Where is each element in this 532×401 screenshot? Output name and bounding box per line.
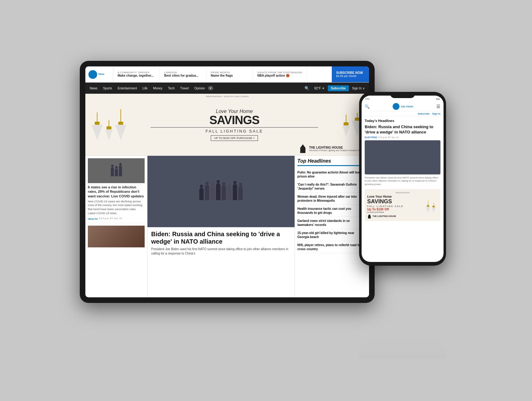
main-story-text: Biden: Russia and China seeking to 'driv… xyxy=(147,227,295,259)
right-column: Top Headlines Putin: No guarantee activi… xyxy=(295,156,369,297)
phone-content: Today's Headlines Biden: Russia and Chin… xyxy=(362,116,444,262)
tablet-device: News A COMMUNITY THRIVES Make change, to… xyxy=(80,61,375,303)
center-column: Biden: Russia and China seeking to 'driv… xyxy=(147,156,295,297)
second-article-thumb[interactable] xyxy=(85,223,147,250)
logo-area: News xyxy=(85,66,113,82)
headline-item-text-3: Woman dead, three injured after car into… xyxy=(297,195,367,203)
main-story-image-bg xyxy=(147,156,295,227)
headline-item-text-7: NHL player retires, plans to rollerbl ro… xyxy=(297,243,367,251)
ad-lamps-left xyxy=(92,109,126,140)
subscribe-ticker-label: SUBSCRIBE NOW xyxy=(336,71,365,74)
phone-lamp-a xyxy=(426,200,431,213)
ticker-label-2: LINKEDIN xyxy=(164,71,202,74)
search-icon[interactable]: 🔍 xyxy=(303,86,311,91)
phone-search-icon[interactable]: 🔍 xyxy=(365,104,370,109)
phone-top-bar: 🔍 USA TODAY ☰ xyxy=(362,102,444,111)
nav-item-money[interactable]: Money xyxy=(151,83,165,94)
nav-item-entertainment[interactable]: Entertainment xyxy=(115,83,139,94)
phone-headline[interactable]: Biden: Russia and China seeking to 'driv… xyxy=(365,124,440,135)
phone-caption: President Joe Biden used his first NATO … xyxy=(365,176,440,186)
ad-savings: SAVINGS xyxy=(129,114,339,126)
ticker-item-3[interactable]: PRIDE MONTH Name the flags xyxy=(206,66,253,82)
ad-tagline: Love Your Home xyxy=(129,109,339,114)
phone-screen: 9:41 ●●● 🔍 USA TODAY ☰ Subscribe Sign In… xyxy=(362,96,444,262)
phone-ad-lamps xyxy=(426,200,438,213)
logo-circle-icon xyxy=(88,70,97,79)
ad-offer[interactable]: UP TO $100 OFF PURCHASE > xyxy=(211,135,258,141)
phone-story-image xyxy=(365,140,440,174)
signin-nav-button[interactable]: Sign In ∨ xyxy=(349,87,367,90)
store-branding: THE LIGHTING HOUSE Vermont's Premier Lig… xyxy=(299,144,363,153)
lamp-3 xyxy=(115,109,126,140)
covid-article-image xyxy=(88,158,145,183)
tablet-screen: News A COMMUNITY THRIVES Make change, to… xyxy=(85,66,369,297)
phone-ad-offer-sub: in-store purchase xyxy=(367,211,424,213)
covid-article-time: 5:14 p.m. ET Jun. 14 xyxy=(99,217,122,220)
phone-ad[interactable]: Advertisement Love Your Home SAVINGS FAL… xyxy=(365,189,440,221)
nav-dropdown-more[interactable]: ▾ xyxy=(208,86,213,90)
nav-item-tech[interactable]: Tech xyxy=(165,83,177,94)
ad-label: Advertisement - scroll for more content xyxy=(206,95,248,98)
ticker-label-1: A COMMUNITY THRIVES xyxy=(118,71,155,74)
ticker-items: A COMMUNITY THRIVES Make change, togethe… xyxy=(113,66,332,82)
ad-divider xyxy=(151,127,318,128)
ticker-label-3: PRIDE MONTH xyxy=(211,71,248,74)
phone-menu-icon[interactable]: ☰ xyxy=(436,104,440,109)
phone-lamp-b xyxy=(431,203,436,213)
headline-item-text-4: Health insurance tactic can cost you tho… xyxy=(297,207,367,215)
nav-item-news[interactable]: News xyxy=(87,83,100,94)
phone-subscribe-button[interactable]: Subscribe xyxy=(418,112,430,115)
phone-ad-offer: Up To $100 Off xyxy=(367,208,424,211)
lamp-1 xyxy=(92,112,103,140)
ticker-item-1[interactable]: A COMMUNITY THRIVES Make change, togethe… xyxy=(113,66,160,82)
phone-article-time: 5:37 p.m. ET Jun. 14 xyxy=(378,136,399,138)
ticker-bar: News A COMMUNITY THRIVES Make change, to… xyxy=(85,66,369,83)
headline-item-1[interactable]: Putin: No guarantee activist Alexei will… xyxy=(297,169,367,181)
headline-item-5[interactable]: Garland vows strict standards in se lawm… xyxy=(297,217,367,229)
lamp-4 xyxy=(342,115,350,136)
covid-article-tag: HEALTH xyxy=(88,218,98,220)
logo-text: News xyxy=(98,73,104,76)
phone-signal-icons: ●●● xyxy=(436,98,440,100)
nav-item-life[interactable]: Life xyxy=(140,83,150,94)
phone-ad-fall: FALL LIGHTING SALE xyxy=(367,205,424,208)
second-article-image xyxy=(88,226,145,247)
figure-3 xyxy=(119,165,122,176)
subscribe-nav-button[interactable]: Subscribe xyxy=(328,85,349,91)
nato-crowd xyxy=(196,180,246,203)
phone-ad-savings: SAVINGS xyxy=(367,198,424,205)
phone-device: 9:41 ●●● 🔍 USA TODAY ☰ Subscribe Sign In… xyxy=(359,92,446,266)
phone-logo-area[interactable]: USA TODAY xyxy=(393,103,413,110)
ad-content: Love Your Home SAVINGS FALL LIGHTING SAL… xyxy=(85,94,369,155)
nav-item-opinion[interactable]: Opinion xyxy=(192,83,207,94)
usa-today-logo[interactable]: News xyxy=(88,70,104,79)
nav-item-sports[interactable]: Sports xyxy=(101,83,115,94)
top-headlines-title: Top Headlines xyxy=(297,158,367,166)
covid-article-headline: 8 states see a rise in infection rates, … xyxy=(88,185,145,198)
main-content: 8 states see a rise in infection rates, … xyxy=(85,156,369,297)
main-story-image xyxy=(147,156,295,227)
store-text: THE LIGHTING HOUSE Vermont's Premier Lig… xyxy=(309,146,363,151)
ticker-item-2[interactable]: LINKEDIN Best cities for gradua... xyxy=(160,66,206,82)
left-column: 8 states see a rise in infection rates, … xyxy=(85,156,147,297)
ad-banner[interactable]: Advertisement - scroll for more content xyxy=(85,94,369,156)
phone-signin-button[interactable]: Sign In xyxy=(432,112,440,115)
phone-logo-text: USA TODAY xyxy=(401,106,413,108)
ticker-item-4[interactable]: SIGHTS FROM THE POSTSEASON NBA playoff a… xyxy=(253,66,307,82)
ticker-headline-1: Make change, together... xyxy=(118,74,155,78)
phone-ad-title: Love Your Home xyxy=(367,195,424,198)
headline-item-2[interactable]: 'Can I really do this?': Savannah Guthri… xyxy=(297,181,367,193)
headline-item-6[interactable]: 15-year-old girl killed by lightning nea… xyxy=(297,229,367,241)
covid-article[interactable]: 8 states see a rise in infection rates, … xyxy=(85,156,147,223)
headline-item-4[interactable]: Health insurance tactic can cost you tho… xyxy=(297,205,367,217)
nav-item-travel[interactable]: Travel xyxy=(178,83,191,94)
main-story-headline[interactable]: Biden: Russia and China seeking to 'driv… xyxy=(151,230,291,245)
phone-ad-inner: Love Your Home SAVINGS FALL LIGHTING SAL… xyxy=(367,195,438,219)
headline-item-3[interactable]: Woman dead, three injured after car into… xyxy=(297,193,367,205)
headline-item-7[interactable]: NHL player retires, plans to rollerbl ro… xyxy=(297,241,367,253)
phone-notch xyxy=(390,92,415,98)
subscribe-ticker[interactable]: SUBSCRIBE NOW $4.99 per Month xyxy=(332,66,369,82)
phone-tag-row: ELECTIONS 5:37 p.m. ET Jun. 14 xyxy=(365,136,440,138)
phone-reflection xyxy=(359,340,446,359)
phone-nav-row: Subscribe Sign In xyxy=(362,111,444,116)
